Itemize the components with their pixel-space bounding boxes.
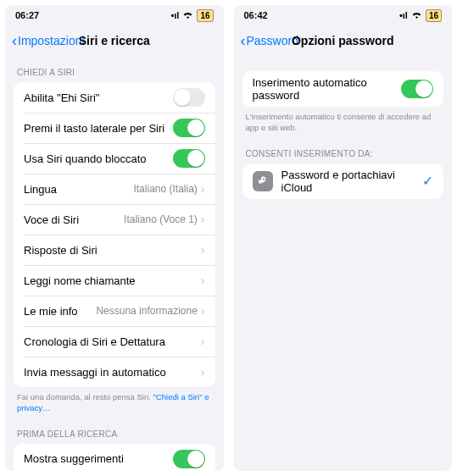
back-button[interactable]: ‹ Password xyxy=(241,33,298,48)
nav-bar: ‹ Password Opzioni password xyxy=(234,25,453,56)
chevron-right-icon: › xyxy=(201,304,205,318)
row-label: Inserimento automatico password xyxy=(253,76,402,102)
row-autofill-passwords[interactable]: Inserimento automatico password xyxy=(242,71,444,107)
group-autofill: Inserimento automatico password xyxy=(242,71,444,107)
status-time: 06:42 xyxy=(244,10,268,20)
row-my-info[interactable]: Le mie info Nessuna informazione › xyxy=(14,296,215,326)
chevron-right-icon: › xyxy=(201,213,205,226)
key-icon xyxy=(253,171,273,191)
footer-autofill: L'inserimento automatico ti consente di … xyxy=(234,107,453,137)
footer-text: Fai una domanda, al resto pensa Siri. xyxy=(17,392,153,401)
row-label: Voce di Siri xyxy=(24,213,124,226)
back-label: Impostazioni xyxy=(18,34,85,47)
back-label: Password xyxy=(247,34,298,47)
switch-autofill-passwords[interactable] xyxy=(401,80,433,98)
row-label: Lingua xyxy=(24,183,133,196)
row-siri-responses[interactable]: Risposte di Siri › xyxy=(14,235,215,265)
row-auto-send-messages[interactable]: Invia messaggi in automatico › xyxy=(14,357,215,387)
switch-siri-locked[interactable] xyxy=(173,149,205,168)
row-label: Abilita "Ehi Siri" xyxy=(24,91,173,104)
row-value: Italiano (Voce 1) xyxy=(124,213,198,225)
row-siri-history[interactable]: Cronologia di Siri e Dettatura › xyxy=(14,326,215,357)
row-label: Invia messaggi in automatico xyxy=(24,366,201,379)
switch-hey-siri[interactable] xyxy=(173,88,205,107)
section-header-ask-siri: CHIEDI A SIRI xyxy=(5,56,224,82)
row-label: Le mie info xyxy=(24,305,96,318)
switch-side-button[interactable] xyxy=(173,119,205,137)
chevron-right-icon: › xyxy=(201,182,205,196)
row-label: Premi il tasto laterale per Siri xyxy=(24,122,173,135)
chevron-left-icon: ‹ xyxy=(12,33,17,48)
row-label: Risposte di Siri xyxy=(24,244,201,257)
phone-password-options: 06:42 •ıl 16 ‹ Password Opzioni password… xyxy=(234,5,453,471)
chevron-right-icon: › xyxy=(201,243,205,257)
row-label: Cronologia di Siri e Dettatura xyxy=(24,335,201,348)
signal-icon: •ıl xyxy=(399,10,408,20)
section-header-before-search: PRIMA DELLA RICERCA xyxy=(5,418,224,444)
nav-bar: ‹ Impostazioni Siri e ricerca xyxy=(5,25,224,56)
row-value: Nessuna informazione xyxy=(96,305,197,317)
row-language[interactable]: Lingua Italiano (Italia) › xyxy=(14,174,215,204)
row-hey-siri[interactable]: Abilita "Ehi Siri" xyxy=(14,82,215,113)
status-bar: 06:42 •ıl 16 xyxy=(234,5,453,25)
row-label: Usa Siri quando bloccato xyxy=(24,152,173,165)
chevron-left-icon: ‹ xyxy=(241,33,246,48)
battery-indicator: 16 xyxy=(197,9,213,22)
wifi-icon xyxy=(182,10,193,20)
row-siri-voice[interactable]: Voce di Siri Italiano (Voce 1) › xyxy=(14,204,215,235)
phone-siri-settings: 06:27 •ıl 16 ‹ Impostazioni Siri e ricer… xyxy=(5,5,224,471)
section-header-allow-from: CONSENTI INSERIMENTO DA: xyxy=(234,137,453,163)
row-value: Italiano (Italia) xyxy=(133,183,197,195)
row-label: Password e portachiavi iCloud xyxy=(281,169,423,194)
row-announce-calls[interactable]: Leggi nome chiamante › xyxy=(14,265,215,296)
row-label: Leggi nome chiamante xyxy=(24,274,201,287)
status-time: 06:27 xyxy=(15,10,39,20)
signal-icon: •ıl xyxy=(170,10,179,20)
wifi-icon xyxy=(411,10,422,20)
switch-show-suggestions[interactable] xyxy=(173,450,205,468)
back-button[interactable]: ‹ Impostazioni xyxy=(12,33,85,48)
scroll-area[interactable]: Inserimento automatico password L'inseri… xyxy=(234,56,453,471)
footer-ask-siri: Fai una domanda, al resto pensa Siri. "C… xyxy=(5,387,224,418)
status-bar: 06:27 •ıl 16 xyxy=(5,5,224,25)
row-show-suggestions[interactable]: Mostra suggerimenti xyxy=(14,444,215,471)
row-siri-locked[interactable]: Usa Siri quando bloccato xyxy=(14,143,215,174)
chevron-right-icon: › xyxy=(201,274,205,287)
group-allow-from: Password e portachiavi iCloud ✓ xyxy=(242,163,444,199)
row-icloud-keychain[interactable]: Password e portachiavi iCloud ✓ xyxy=(242,163,444,199)
row-label: Mostra suggerimenti xyxy=(24,452,173,465)
chevron-right-icon: › xyxy=(201,365,205,379)
group-ask-siri: Abilita "Ehi Siri" Premi il tasto latera… xyxy=(14,82,215,387)
checkmark-icon: ✓ xyxy=(422,173,433,189)
row-side-button[interactable]: Premi il tasto laterale per Siri xyxy=(14,113,215,143)
chevron-right-icon: › xyxy=(201,335,205,348)
group-before-search: Mostra suggerimenti Mostra recenti xyxy=(14,444,215,471)
scroll-area[interactable]: CHIEDI A SIRI Abilita "Ehi Siri" Premi i… xyxy=(5,56,224,471)
battery-indicator: 16 xyxy=(426,9,442,22)
